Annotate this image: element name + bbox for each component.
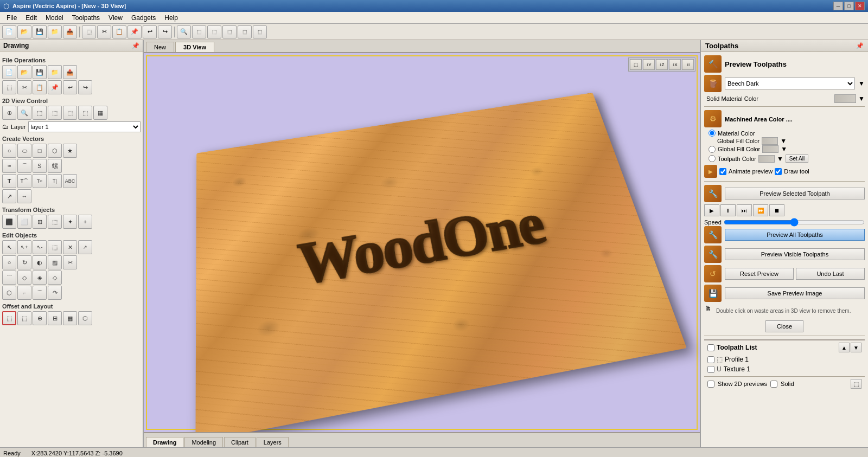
solid-material-swatch[interactable] [834, 94, 856, 103]
view-all-btn[interactable]: ⬚ [78, 106, 92, 120]
view-btn-3[interactable]: ⬚ [222, 25, 237, 38]
cusp-btn[interactable]: ◇ [48, 271, 62, 285]
menu-model[interactable]: Model [41, 13, 68, 23]
fillet-btn[interactable]: ○ [2, 255, 16, 269]
tangent-btn[interactable]: ◈ [33, 271, 47, 285]
zoom-page-btn[interactable]: ⬚ [63, 106, 77, 120]
redo2-btn[interactable]: ↪ [78, 80, 92, 94]
tab-drawing[interactable]: Drawing [146, 437, 183, 447]
array-btn[interactable]: ⬚ [17, 311, 31, 325]
paste2-btn[interactable]: 📌 [48, 80, 62, 94]
move-up-button[interactable]: ▲ [839, 343, 850, 352]
view-ctrl-y[interactable]: ↕Y [643, 59, 655, 70]
expand-right-button[interactable]: ⬚ [851, 379, 861, 389]
flip-btn[interactable]: ⬚ [48, 215, 62, 229]
text-path-btn[interactable]: T| [48, 174, 62, 188]
menu-edit[interactable]: Edit [21, 13, 41, 23]
draw-tool-checkbox[interactable] [775, 168, 782, 175]
cut-button[interactable]: ✂ [97, 25, 111, 38]
view-ctrl-x[interactable]: ↕X [669, 59, 681, 70]
scissors-btn[interactable]: ✂ [63, 255, 77, 269]
polygon-btn[interactable]: ⬡ [48, 144, 62, 158]
zoom-btn[interactable]: 🔍 [17, 106, 31, 120]
view-btn-2[interactable]: ⬚ [207, 25, 221, 38]
view-ctrl-iso[interactable]: ↕I [682, 59, 694, 70]
text-arc-btn[interactable]: T⌒ [17, 174, 31, 188]
global-fill-dropdown2[interactable]: ▼ [781, 145, 787, 153]
tab-clipart[interactable]: Clipart [224, 437, 256, 447]
global-fill-swatch2[interactable] [762, 145, 778, 153]
set-all-button[interactable]: Set All [786, 155, 808, 163]
solid-dropdown-icon[interactable]: ▼ [858, 95, 865, 102]
select2-btn[interactable]: ⬚ [2, 80, 16, 94]
zoom-sel-btn[interactable]: ⬚ [33, 106, 47, 120]
arc-node-btn[interactable]: ⌒ [2, 271, 16, 285]
animate-preview-checkbox[interactable] [719, 168, 726, 175]
text-3d-btn[interactable]: ABC [63, 174, 77, 188]
toolpath-color-dropdown[interactable]: ▼ [777, 155, 783, 163]
close-button[interactable]: Close [765, 320, 803, 332]
offset-btn[interactable]: ⬚ [2, 311, 16, 325]
new-doc-btn[interactable]: 📄 [2, 65, 16, 79]
viewport[interactable]: ⬚ ↕Y ↕Z ↕X ↕I WoodOne [144, 53, 700, 432]
pause-button[interactable]: ⏸ [720, 204, 736, 216]
menu-file[interactable]: File [2, 13, 21, 23]
new-folder-btn[interactable]: 📁 [48, 65, 62, 79]
copy2-btn[interactable]: 📋 [33, 80, 47, 94]
play-button[interactable]: ▶ [704, 204, 719, 216]
zoom-fit-btn[interactable]: ⬚ [48, 106, 62, 120]
maximize-button[interactable]: □ [844, 2, 854, 10]
zoom-fit-button[interactable]: 🔍 [177, 25, 191, 38]
speed-slider[interactable] [724, 218, 865, 226]
undo-button[interactable]: ↩ [143, 25, 157, 38]
add-node-btn[interactable]: ↖+ [17, 240, 31, 254]
preview-visible-button[interactable]: Preview Visible Toolpaths [725, 248, 865, 260]
angle-btn[interactable]: ⌐ [17, 286, 31, 300]
transform-free-btn[interactable]: ✦ [63, 215, 77, 229]
center-btn[interactable]: ⊞ [33, 215, 47, 229]
close-button[interactable]: ✕ [855, 2, 865, 10]
redo-button[interactable]: ↪ [158, 25, 172, 38]
weld-btn[interactable]: ⊕ [33, 311, 47, 325]
toolpath-color-swatch[interactable] [758, 155, 775, 163]
show-2d-checkbox[interactable] [707, 381, 714, 388]
del-node-btn[interactable]: ↖- [33, 240, 47, 254]
export-button[interactable]: 📤 [63, 25, 77, 38]
shape-btn[interactable]: ⬡ [2, 286, 16, 300]
text-btn[interactable]: T [2, 174, 16, 188]
flow-btn[interactable]: ↷ [48, 286, 62, 300]
compass-btn[interactable]: ⊕ [2, 106, 16, 120]
layer-select[interactable]: layer 1 [28, 121, 141, 132]
arc-btn[interactable]: ⌒ [17, 159, 31, 173]
tile-btn[interactable]: ▦ [63, 311, 77, 325]
grid-btn[interactable]: ▦ [93, 106, 107, 120]
rotate-node-btn[interactable]: ↻ [17, 255, 31, 269]
copy-button[interactable]: 📋 [112, 25, 126, 38]
menu-view[interactable]: View [104, 13, 127, 23]
node-edit-btn[interactable]: ⬚ [48, 240, 62, 254]
view-ctrl-z[interactable]: ↕Z [656, 59, 668, 70]
profile-checkbox[interactable] [707, 356, 714, 363]
view-btn-4[interactable]: ⬚ [238, 25, 252, 38]
move-btn[interactable]: ⬛ [2, 215, 16, 229]
global-fill-swatch[interactable] [762, 137, 778, 145]
menu-gadgets[interactable]: Gadgets [127, 13, 160, 23]
transform-plus-btn[interactable]: + [78, 215, 92, 229]
curve-btn[interactable]: ⌒ [33, 286, 47, 300]
material-dropdown[interactable]: Beech Dark [725, 78, 855, 89]
undo-last-button[interactable]: Undo Last [796, 268, 865, 280]
save-doc-btn[interactable]: 💾 [33, 65, 47, 79]
toolpath-color-radio[interactable] [709, 155, 716, 162]
reset-preview-button[interactable]: Reset Preview [725, 268, 794, 280]
move-down-button[interactable]: ▼ [851, 343, 861, 352]
view-btn-5[interactable]: ⬚ [253, 25, 267, 38]
select-button[interactable]: ⬚ [82, 25, 96, 38]
extend-btn[interactable]: ↗ [78, 240, 92, 254]
save-preview-button[interactable]: Save Preview Image [725, 287, 865, 299]
view-ctrl-frame[interactable]: ⬚ [630, 59, 642, 70]
wave-btn[interactable]: S [33, 159, 47, 173]
bezier-btn[interactable]: ≈ [2, 159, 16, 173]
import-btn[interactable]: 📤 [63, 65, 77, 79]
save-as-button[interactable]: 📁 [48, 25, 62, 38]
star-btn[interactable]: ★ [63, 144, 77, 158]
